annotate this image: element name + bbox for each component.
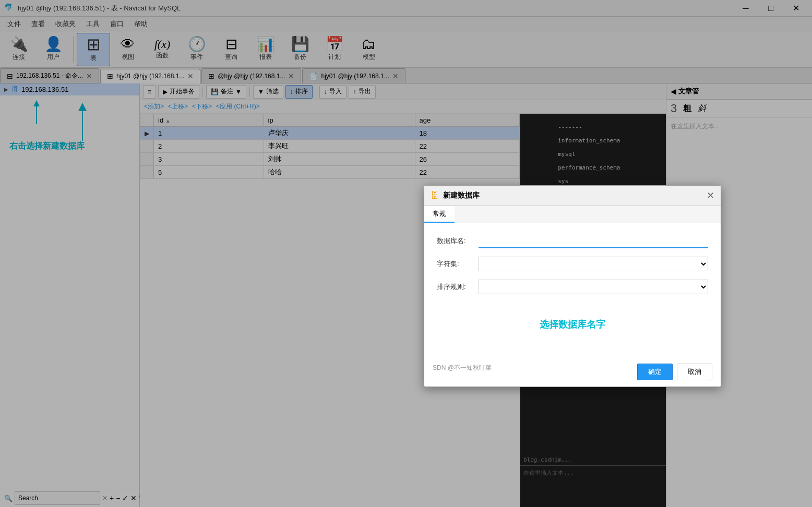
dialog-overlay: 🗄 新建数据库 ✕ 常规 数据库名: 字符集: 排序规则: 选择数据库名字 SD… xyxy=(0,0,812,507)
charset-label: 字符集: xyxy=(437,259,479,269)
new-database-dialog: 🗄 新建数据库 ✕ 常规 数据库名: 字符集: 排序规则: 选择数据库名字 SD… xyxy=(424,185,721,387)
dialog-title-icon: 🗄 xyxy=(431,191,439,200)
footer-hint: SDN @不一知秋叶菜 xyxy=(433,364,633,380)
dialog-footer: SDN @不一知秋叶菜 确定 取消 xyxy=(424,357,721,387)
dialog-tab-general[interactable]: 常规 xyxy=(424,206,455,223)
dialog-close-button[interactable]: ✕ xyxy=(707,190,714,201)
collation-row: 排序规则: xyxy=(437,280,708,294)
collation-label: 排序规则: xyxy=(437,282,479,292)
charset-row: 字符集: xyxy=(437,257,708,271)
dialog-titlebar: 🗄 新建数据库 ✕ xyxy=(424,186,721,206)
dialog-title-text: 新建数据库 xyxy=(443,191,702,200)
db-name-input[interactable] xyxy=(479,234,708,248)
collation-select[interactable] xyxy=(479,280,708,294)
db-name-label: 数据库名: xyxy=(437,236,479,246)
dialog-tabs: 常规 xyxy=(424,206,721,223)
dialog-hint: 选择数据库名字 xyxy=(437,303,708,346)
charset-select[interactable] xyxy=(479,257,708,271)
db-name-row: 数据库名: xyxy=(437,234,708,248)
dialog-confirm-button[interactable]: 确定 xyxy=(637,364,673,380)
dialog-body: 数据库名: 字符集: 排序规则: 选择数据库名字 xyxy=(424,223,721,357)
dialog-cancel-button[interactable]: 取消 xyxy=(677,364,712,380)
